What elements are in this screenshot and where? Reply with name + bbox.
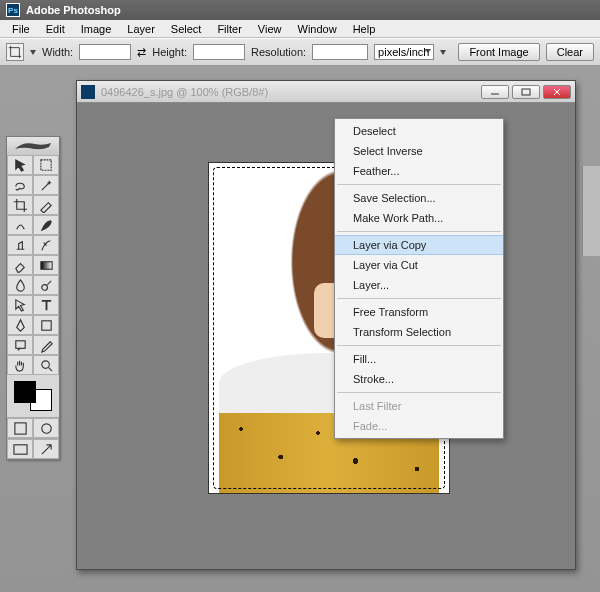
menu-file[interactable]: File xyxy=(4,21,38,37)
dodge-tool[interactable] xyxy=(33,275,59,295)
menu-edit[interactable]: Edit xyxy=(38,21,73,37)
hand-tool[interactable] xyxy=(7,355,33,375)
hand-icon xyxy=(13,358,28,373)
menu-select[interactable]: Select xyxy=(163,21,210,37)
resolution-input[interactable] xyxy=(312,44,368,60)
tools-palette xyxy=(6,136,60,460)
lasso-tool[interactable] xyxy=(7,175,33,195)
eraser-tool[interactable] xyxy=(7,255,33,275)
move-icon xyxy=(13,158,28,173)
zoom-tool[interactable] xyxy=(33,355,59,375)
clear-button[interactable]: Clear xyxy=(546,43,594,61)
brush-icon xyxy=(39,218,54,233)
resolution-label: Resolution: xyxy=(251,46,306,58)
clone-stamp-tool[interactable] xyxy=(7,235,33,255)
context-item-make-work-path[interactable]: Make Work Path... xyxy=(335,208,503,228)
healing-brush-icon xyxy=(13,218,28,233)
type-tool[interactable] xyxy=(33,295,59,315)
dropdown-arrow-icon[interactable] xyxy=(30,50,36,55)
menu-filter[interactable]: Filter xyxy=(209,21,249,37)
context-item-layer[interactable]: Layer... xyxy=(335,275,503,295)
document-titlebar[interactable]: 0496426_s.jpg @ 100% (RGB/8#) xyxy=(77,81,575,103)
minimize-icon xyxy=(490,88,500,96)
context-item-feather[interactable]: Feather... xyxy=(335,161,503,181)
dropdown-arrow-icon[interactable] xyxy=(440,50,446,55)
svg-rect-0 xyxy=(40,159,50,169)
context-item-save-selection[interactable]: Save Selection... xyxy=(335,188,503,208)
lasso-icon xyxy=(13,178,28,193)
context-item-deselect[interactable]: Deselect xyxy=(335,121,503,141)
context-menu-separator xyxy=(337,184,501,185)
context-menu-separator xyxy=(337,298,501,299)
menu-image[interactable]: Image xyxy=(73,21,120,37)
pen-tool[interactable] xyxy=(7,315,33,335)
svg-rect-4 xyxy=(15,340,24,348)
menu-layer[interactable]: Layer xyxy=(119,21,163,37)
menu-help[interactable]: Help xyxy=(345,21,384,37)
foreground-color-swatch[interactable] xyxy=(14,381,36,403)
ps-logo-icon: Ps xyxy=(6,3,20,17)
menu-window[interactable]: Window xyxy=(290,21,345,37)
eyedropper-tool[interactable] xyxy=(33,335,59,355)
minimize-button[interactable] xyxy=(481,85,509,99)
context-item-free-transform[interactable]: Free Transform xyxy=(335,302,503,322)
magic-wand-tool[interactable] xyxy=(33,175,59,195)
front-image-label: Front Image xyxy=(469,46,528,58)
height-input[interactable] xyxy=(193,44,245,60)
width-input[interactable] xyxy=(79,44,131,60)
context-item-select-inverse[interactable]: Select Inverse xyxy=(335,141,503,161)
blur-tool[interactable] xyxy=(7,275,33,295)
svg-rect-10 xyxy=(522,89,530,95)
context-item-transform-selection[interactable]: Transform Selection xyxy=(335,322,503,342)
crop-tool[interactable] xyxy=(7,195,33,215)
history-brush-icon xyxy=(39,238,54,253)
screen-mode-icon[interactable] xyxy=(7,439,33,459)
zoom-icon xyxy=(39,358,54,373)
context-item-layer-via-cut[interactable]: Layer via Cut xyxy=(335,255,503,275)
units-dropdown[interactable]: pixels/inch xyxy=(374,44,434,60)
marquee-tool[interactable] xyxy=(33,155,59,175)
height-label: Height: xyxy=(152,46,187,58)
svg-point-2 xyxy=(41,284,47,290)
gradient-icon xyxy=(39,258,54,273)
notes-tool[interactable] xyxy=(7,335,33,355)
chevron-down-icon xyxy=(425,49,431,53)
eraser-icon xyxy=(13,258,28,273)
quickmask-mode-icon[interactable] xyxy=(33,418,59,438)
slice-tool[interactable] xyxy=(33,195,59,215)
svg-rect-6 xyxy=(14,422,25,433)
path-select-icon xyxy=(13,298,28,313)
jump-to-icon[interactable] xyxy=(33,439,59,459)
context-item-fade: Fade... xyxy=(335,416,503,436)
standard-mode-icon[interactable] xyxy=(7,418,33,438)
svg-point-7 xyxy=(41,423,50,432)
menu-view[interactable]: View xyxy=(250,21,290,37)
maximize-button[interactable] xyxy=(512,85,540,99)
svg-rect-3 xyxy=(41,320,50,329)
app-title: Adobe Photoshop xyxy=(26,4,121,16)
color-swatches xyxy=(7,375,59,417)
blur-icon xyxy=(13,278,28,293)
shape-tool[interactable] xyxy=(33,315,59,335)
app-titlebar: Ps Adobe Photoshop xyxy=(0,0,600,20)
svg-rect-1 xyxy=(40,261,51,269)
context-item-layer-via-copy[interactable]: Layer via Copy xyxy=(335,235,503,255)
type-icon xyxy=(39,298,54,313)
front-image-button[interactable]: Front Image xyxy=(458,43,539,61)
right-panel-edge[interactable] xyxy=(582,166,600,256)
gradient-tool[interactable] xyxy=(33,255,59,275)
swap-icon[interactable]: ⇄ xyxy=(137,46,146,59)
close-button[interactable] xyxy=(543,85,571,99)
document-title: 0496426_s.jpg @ 100% (RGB/8#) xyxy=(101,86,481,98)
brush-tool[interactable] xyxy=(33,215,59,235)
slice-icon xyxy=(39,198,54,213)
history-brush-tool[interactable] xyxy=(33,235,59,255)
units-value: pixels/inch xyxy=(378,46,429,58)
context-item-stroke[interactable]: Stroke... xyxy=(335,369,503,389)
palette-grip-icon[interactable] xyxy=(7,137,59,155)
path-select-tool[interactable] xyxy=(7,295,33,315)
crop-tool-preset-icon[interactable] xyxy=(6,43,24,61)
healing-brush-tool[interactable] xyxy=(7,215,33,235)
context-item-fill[interactable]: Fill... xyxy=(335,349,503,369)
move-tool[interactable] xyxy=(7,155,33,175)
